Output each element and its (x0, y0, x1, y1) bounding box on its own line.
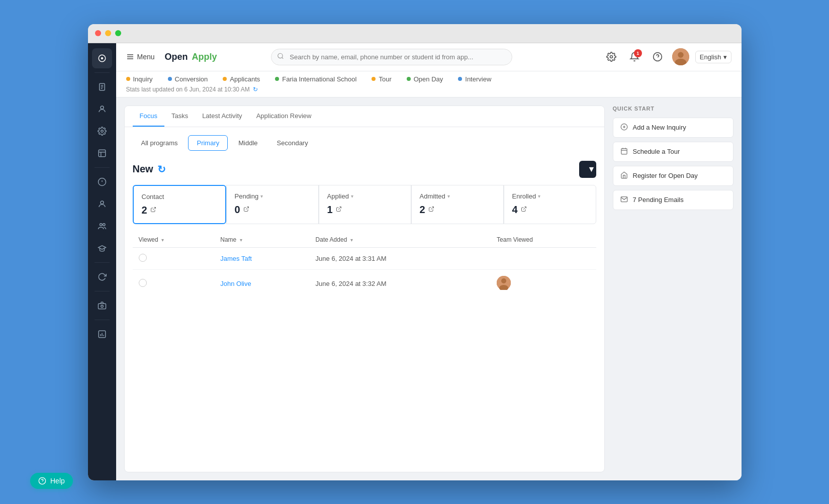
sidebar-icon-camera[interactable] (92, 295, 112, 316)
external-link-icon (336, 206, 342, 214)
language-selector[interactable]: English ▾ (695, 51, 731, 63)
sidebar-icon-user-circle[interactable] (92, 194, 112, 214)
stats-bar: InquiryConversionApplicantsFaria Interna… (116, 71, 742, 97)
notifications-button[interactable]: 1 (626, 48, 643, 65)
user-avatar[interactable] (672, 48, 689, 65)
external-link-icon (150, 207, 156, 214)
row-viewed[interactable] (133, 269, 215, 297)
qs-btn-label: 7 Pending Emails (633, 196, 684, 204)
sidebar-icon-document2[interactable] (92, 143, 112, 163)
radio-circle[interactable] (139, 254, 147, 262)
table-body: James Taft June 6, 2024 at 3:31 AM John … (133, 247, 596, 297)
refresh-stats-icon[interactable]: ↻ (253, 86, 258, 93)
table-row: John Olive June 6, 2024 at 3:32 AM (133, 269, 596, 297)
qs-icon (620, 147, 628, 156)
program-tabs: All programsPrimaryMiddleSecondary (133, 135, 596, 151)
svg-point-7 (101, 130, 103, 132)
stats-tab-interview[interactable]: Interview (458, 75, 491, 83)
svg-line-36 (338, 207, 341, 210)
quick-start-buttons: Add a New Inquiry Schedule a Tour Regist… (613, 118, 733, 210)
sidebar-icon-home[interactable] (92, 48, 112, 68)
status-card-enrolled[interactable]: Enrolled ▾ 4 (504, 185, 596, 224)
menu-button[interactable]: Menu (126, 53, 155, 61)
focus-tab-application-review[interactable]: Application Review (249, 106, 319, 127)
focus-tab-focus[interactable]: Focus (133, 106, 164, 127)
help-nav-button[interactable] (649, 48, 666, 65)
status-card-pending[interactable]: Pending ▾ 0 (226, 185, 319, 224)
status-cards: Contact 2 Pending ▾ 0 Applied ▾ 1 (133, 185, 596, 224)
sidebar-icon-settings[interactable] (92, 121, 112, 141)
focus-tab-latest-activity[interactable]: Latest Activity (195, 106, 249, 127)
filter-icon (580, 165, 588, 173)
stats-tab-open-day[interactable]: Open Day (407, 75, 443, 83)
sidebar-icon-person[interactable] (92, 99, 112, 119)
qs-btn-label: Schedule a Tour (633, 148, 680, 155)
quick-start-btn-add-a-new-inquiry[interactable]: Add a New Inquiry (613, 118, 733, 138)
quick-start-btn-schedule-a-tour[interactable]: Schedule a Tour (613, 142, 733, 162)
status-card-count: 1 (327, 204, 403, 216)
quick-start-btn-register-for-open-day[interactable]: Register for Open Day (613, 166, 733, 186)
program-tab-secondary[interactable]: Secondary (268, 135, 317, 151)
sidebar-icon-refresh[interactable] (92, 267, 112, 287)
status-card-label: Enrolled ▾ (512, 192, 588, 200)
row-name: James Taft (214, 247, 309, 269)
minimize-btn[interactable] (105, 30, 111, 36)
focus-tab-tasks[interactable]: Tasks (164, 106, 195, 127)
row-team-viewed (491, 247, 596, 269)
sidebar-icon-document[interactable] (92, 77, 112, 97)
stats-tab-inquiry[interactable]: Inquiry (126, 75, 153, 83)
col-name[interactable]: Name ▾ (214, 232, 309, 248)
sidebar-divider-4 (95, 291, 110, 291)
radio-circle[interactable] (139, 279, 147, 287)
menu-label: Menu (137, 53, 155, 61)
avatar-image (672, 48, 689, 65)
focus-panel: FocusTasksLatest ActivityApplication Rev… (124, 106, 605, 472)
svg-line-37 (431, 207, 434, 210)
focus-content: All programsPrimaryMiddleSecondary New ↻ (125, 127, 604, 472)
close-btn[interactable] (95, 30, 101, 36)
refresh-new-icon[interactable]: ↻ (157, 163, 166, 175)
program-tab-primary[interactable]: Primary (188, 135, 228, 151)
row-viewed[interactable] (133, 247, 215, 269)
row-name: John Olive (214, 269, 309, 297)
qs-btn-label: Register for Open Day (633, 172, 698, 179)
svg-line-34 (153, 207, 156, 210)
status-card-admitted[interactable]: Admitted ▾ 2 (411, 185, 504, 224)
sidebar-icon-users[interactable] (92, 216, 112, 236)
titlebar (88, 24, 742, 43)
program-tab-middle[interactable]: Middle (230, 135, 266, 151)
col-viewed[interactable]: Viewed ▾ (133, 232, 215, 248)
search-icon (277, 53, 284, 61)
new-section: New ↻ ▼ (133, 161, 596, 297)
quick-start-btn-7-pending-emails[interactable]: 7 Pending Emails (613, 190, 733, 210)
student-name-link[interactable]: John Olive (220, 280, 251, 287)
sidebar-icon-report[interactable] (92, 324, 112, 344)
status-card-count: 2 (142, 205, 217, 216)
logo-apply: Apply (192, 52, 217, 62)
sidebar-icon-graduation[interactable] (92, 238, 112, 258)
settings-nav-button[interactable] (603, 48, 620, 65)
stats-tab-tour[interactable]: Tour (372, 75, 391, 83)
status-card-count: 0 (235, 204, 310, 216)
maximize-btn[interactable] (115, 30, 121, 36)
row-date: June 6, 2024 at 3:32 AM (310, 269, 491, 297)
qs-icon (620, 123, 628, 132)
filter-button[interactable]: ▼ (579, 161, 596, 178)
sidebar-icon-edit[interactable] (92, 172, 112, 192)
qs-icon (620, 171, 628, 180)
col-date-added[interactable]: Date Added ▾ (310, 232, 491, 248)
sort-arrow: ▾ (350, 237, 353, 243)
status-card-applied[interactable]: Applied ▾ 1 (319, 185, 411, 224)
status-card-label: Admitted ▾ (420, 192, 495, 200)
external-link-icon (428, 206, 434, 214)
program-tab-all-programs[interactable]: All programs (133, 135, 187, 151)
status-card-contact[interactable]: Contact 2 (133, 185, 226, 224)
stats-tab-conversion[interactable]: Conversion (168, 75, 208, 83)
stats-tab-applicants[interactable]: Applicants (223, 75, 260, 83)
new-header: New ↻ ▼ (133, 161, 596, 178)
svg-point-14 (101, 201, 104, 204)
student-name-link[interactable]: James Taft (220, 255, 252, 262)
svg-point-16 (103, 223, 105, 226)
stats-tab-faria-international-school[interactable]: Faria International School (275, 75, 356, 83)
search-input[interactable] (271, 49, 512, 65)
